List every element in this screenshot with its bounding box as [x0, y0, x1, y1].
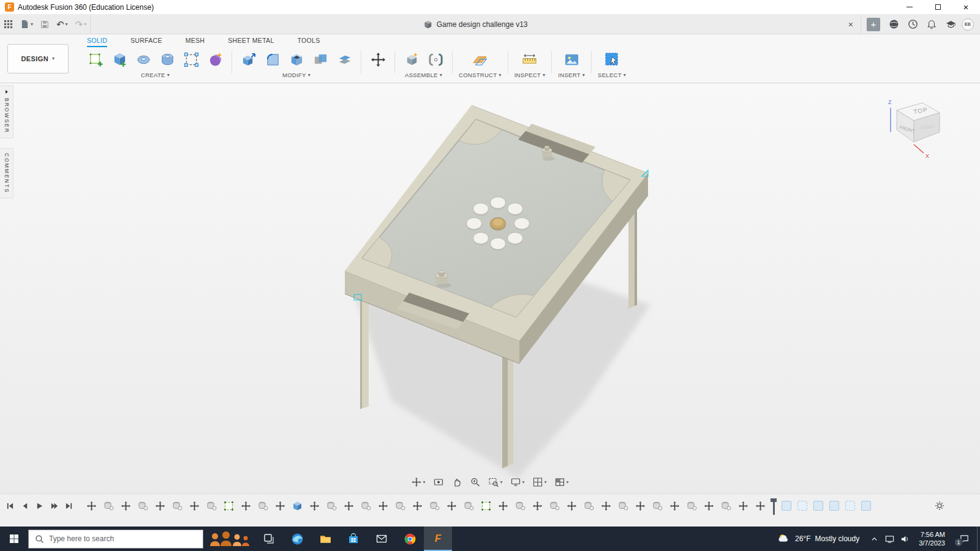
cylinder-button[interactable]	[157, 50, 178, 69]
timeline-feature-move-icon[interactable]	[86, 501, 97, 511]
create-sketch-button[interactable]	[85, 50, 106, 69]
timeline-feature-cyl-icon[interactable]	[429, 501, 440, 511]
file-menu-button[interactable]: ▾	[17, 15, 37, 34]
timeline-feature-move-icon[interactable]	[635, 501, 646, 511]
user-avatar[interactable]: EE	[962, 18, 974, 31]
chrome-app-button[interactable]	[396, 527, 424, 551]
timeline-rolledback-feature[interactable]	[797, 501, 807, 511]
save-button[interactable]	[37, 15, 53, 34]
model-game-table[interactable]	[0, 83, 980, 493]
timeline-step-forward-button[interactable]	[49, 499, 59, 512]
torus-button[interactable]	[133, 50, 154, 69]
combine-button[interactable]	[310, 50, 331, 69]
browser-panel-tab[interactable]: BROWSER	[0, 85, 13, 138]
timeline-feature-cyl-icon[interactable]	[361, 501, 371, 511]
timeline-feature-move-icon[interactable]	[532, 501, 543, 511]
group-label-modify[interactable]: MODIFY▾	[282, 72, 311, 78]
tray-show-hidden-button[interactable]	[867, 527, 882, 551]
timeline-feature-cyl-icon[interactable]	[721, 501, 731, 511]
taskbar-weather[interactable]: 26°F Mostly cloudy	[770, 532, 867, 545]
timeline-feature-sketch-icon[interactable]	[481, 501, 491, 511]
timeline-feature-move-icon[interactable]	[447, 501, 457, 511]
create-form-button[interactable]	[205, 50, 225, 69]
action-center-button[interactable]: 1	[951, 527, 977, 551]
timeline-feature-cyl-icon[interactable]	[464, 501, 474, 511]
timeline-step-back-button[interactable]	[20, 499, 30, 512]
start-button[interactable]	[0, 527, 28, 551]
document-tab[interactable]: Game design challenge v13 ×	[90, 15, 861, 34]
insert-image-button[interactable]	[561, 50, 582, 69]
minimize-button[interactable]	[895, 0, 924, 14]
close-button[interactable]: ×	[952, 0, 980, 14]
group-label-inspect[interactable]: INSPECT▾	[514, 72, 546, 78]
show-desktop-button[interactable]	[977, 527, 980, 551]
task-view-button[interactable]	[255, 527, 283, 551]
move-copy-button[interactable]	[368, 50, 388, 69]
group-label-assemble[interactable]: ASSEMBLE▾	[405, 72, 442, 78]
timeline-rolledback-feature[interactable]	[861, 501, 871, 511]
tab-mesh[interactable]: MESH	[186, 37, 205, 47]
look-at-button[interactable]	[433, 477, 443, 487]
shell-button[interactable]	[286, 50, 307, 69]
timeline-feature-move-icon[interactable]	[669, 501, 680, 511]
workspace-switcher[interactable]: DESIGN ▾	[7, 44, 69, 73]
extensions-button[interactable]	[886, 17, 902, 32]
canvas-viewport[interactable]: BROWSER COMMENTS	[0, 83, 980, 493]
timeline-feature-move-icon[interactable]	[738, 501, 748, 511]
press-pull-button[interactable]	[238, 50, 259, 69]
redo-button[interactable]: ↷ ▾	[72, 15, 91, 34]
pan-button[interactable]: ▾	[411, 477, 425, 487]
edge-app-button[interactable]	[283, 527, 311, 551]
pattern-button[interactable]	[181, 50, 202, 69]
group-label-construct[interactable]: CONSTRUCT▾	[459, 72, 502, 78]
timeline-feature-move-icon[interactable]	[275, 501, 285, 511]
maximize-button[interactable]	[924, 0, 952, 14]
timeline-feature-cyl-icon[interactable]	[584, 501, 594, 511]
people-button[interactable]	[203, 527, 255, 551]
timeline-feature-move-icon[interactable]	[155, 501, 165, 511]
timeline-feature-cyl-icon[interactable]	[104, 501, 114, 511]
taskbar-clock[interactable]: 7:56 AM 3/7/2023	[913, 530, 951, 547]
timeline-feature-move-icon[interactable]	[567, 501, 577, 511]
app-launcher-button[interactable]	[0, 15, 17, 34]
center-puck[interactable]	[491, 218, 506, 231]
timeline-settings-button[interactable]	[935, 498, 944, 513]
notifications-button[interactable]	[924, 17, 940, 32]
measure-button[interactable]	[519, 50, 540, 69]
group-label-create[interactable]: CREATE▾	[141, 72, 170, 78]
viewports-button[interactable]: ▾	[555, 477, 569, 487]
timeline-feature-move-icon[interactable]	[241, 501, 251, 511]
timeline-feature-cyl-icon[interactable]	[206, 501, 217, 511]
tab-surface[interactable]: SURFACE	[130, 37, 162, 47]
taskbar-search[interactable]	[28, 530, 203, 549]
timeline-feature-move-icon[interactable]	[309, 501, 320, 511]
timeline-feature-cyl-icon[interactable]	[652, 501, 663, 511]
timeline-feature-move-icon[interactable]	[755, 501, 766, 511]
timeline-play-button[interactable]	[34, 499, 45, 512]
timeline-feature-move-icon[interactable]	[601, 501, 611, 511]
timeline-rolledback-feature[interactable]	[782, 501, 791, 511]
job-status-button[interactable]	[905, 17, 921, 32]
viewcube[interactable]: TOP FRONT RIGHT Z X	[883, 92, 952, 162]
timeline-rolledback-feature[interactable]	[829, 501, 839, 511]
fusion-app-button[interactable]: F	[424, 527, 452, 551]
tray-volume-button[interactable]	[897, 527, 913, 551]
fit-button[interactable]: ▾	[488, 477, 502, 487]
timeline-feature-move-icon[interactable]	[704, 501, 714, 511]
box-primitive-button[interactable]	[109, 50, 130, 69]
comments-panel-tab[interactable]: COMMENTS	[0, 148, 13, 198]
file-explorer-app-button[interactable]	[311, 527, 339, 551]
timeline-feature-cyl-icon[interactable]	[138, 501, 148, 511]
timeline-feature-cyl-icon[interactable]	[515, 501, 526, 511]
timeline-feature-box-icon[interactable]	[292, 501, 303, 511]
split-body-button[interactable]	[334, 50, 355, 69]
timeline-feature-move-icon[interactable]	[344, 501, 354, 511]
timeline-feature-cyl-icon[interactable]	[618, 501, 628, 511]
timeline-rolledback-feature[interactable]	[845, 501, 855, 511]
timeline-feature-move-icon[interactable]	[378, 501, 388, 511]
timeline-feature-cyl-icon[interactable]	[258, 501, 268, 511]
tray-display-button[interactable]	[882, 527, 897, 551]
search-input[interactable]	[49, 534, 178, 543]
document-tab-close-icon[interactable]: ×	[848, 20, 853, 29]
grid-settings-button[interactable]: ▾	[533, 477, 547, 487]
